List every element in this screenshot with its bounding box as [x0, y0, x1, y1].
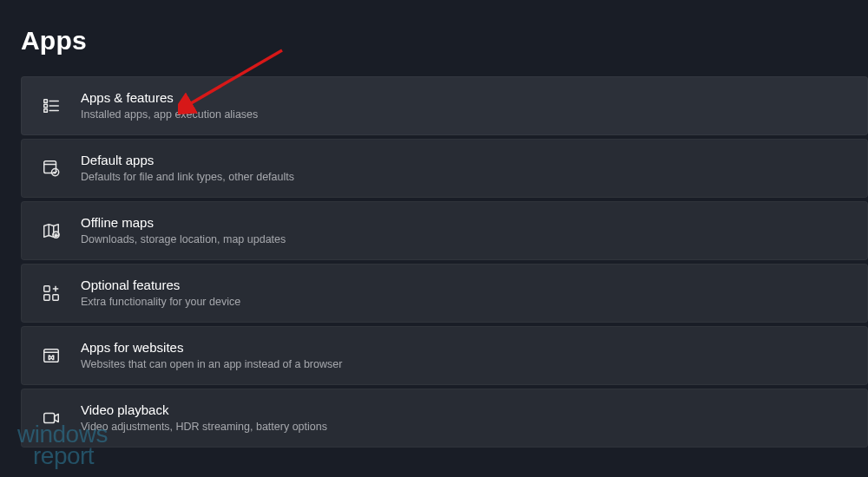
card-video-playback[interactable]: Video playback Video adjustments, HDR st…: [21, 389, 868, 448]
svg-rect-17: [44, 414, 55, 423]
default-apps-icon: [41, 158, 62, 179]
card-desc: Defaults for file and link types, other …: [81, 170, 294, 184]
svg-rect-6: [44, 161, 56, 173]
apps-features-icon: [41, 95, 62, 116]
card-text: Offline maps Downloads, storage location…: [81, 215, 286, 247]
card-desc: Websites that can open in an app instead…: [81, 357, 342, 371]
card-apps-for-websites[interactable]: Apps for websites Websites that can open…: [21, 326, 868, 385]
card-title: Default apps: [81, 153, 294, 169]
card-apps-features[interactable]: Apps & features Installed apps, app exec…: [21, 76, 868, 135]
page-title: Apps: [0, 0, 868, 76]
card-title: Apps & features: [81, 90, 258, 107]
svg-rect-12: [53, 295, 58, 300]
card-offline-maps[interactable]: Offline maps Downloads, storage location…: [21, 201, 868, 260]
svg-rect-2: [44, 109, 48, 113]
watermark-line2: report: [33, 445, 108, 467]
card-text: Video playback Video adjustments, HDR st…: [81, 402, 327, 435]
card-default-apps[interactable]: Default apps Defaults for file and link …: [21, 139, 868, 198]
card-title: Apps for websites: [81, 340, 342, 356]
card-text: Default apps Defaults for file and link …: [81, 153, 294, 185]
card-text: Optional features Extra functionality fo…: [81, 278, 240, 310]
card-desc: Extra functionality for your device: [81, 295, 240, 309]
settings-list: Apps & features Installed apps, app exec…: [0, 76, 868, 448]
card-text: Apps & features Installed apps, app exec…: [81, 90, 258, 122]
video-playback-icon: [41, 408, 62, 428]
card-title: Optional features: [81, 278, 240, 294]
card-text: Apps for websites Websites that can open…: [81, 340, 342, 372]
optional-features-icon: [41, 283, 62, 304]
apps-for-websites-icon: [41, 345, 62, 366]
card-desc: Video adjustments, HDR streaming, batter…: [81, 420, 327, 434]
card-optional-features[interactable]: Optional features Extra functionality fo…: [21, 264, 868, 323]
card-title: Video playback: [81, 402, 327, 419]
card-title: Offline maps: [81, 215, 286, 232]
svg-rect-1: [44, 104, 48, 108]
card-desc: Installed apps, app execution aliases: [81, 108, 258, 121]
card-desc: Downloads, storage location, map updates: [81, 232, 286, 246]
svg-rect-0: [44, 100, 48, 103]
svg-rect-15: [44, 350, 59, 363]
svg-rect-10: [44, 286, 49, 291]
offline-maps-icon: [41, 220, 62, 241]
svg-rect-11: [44, 295, 49, 300]
